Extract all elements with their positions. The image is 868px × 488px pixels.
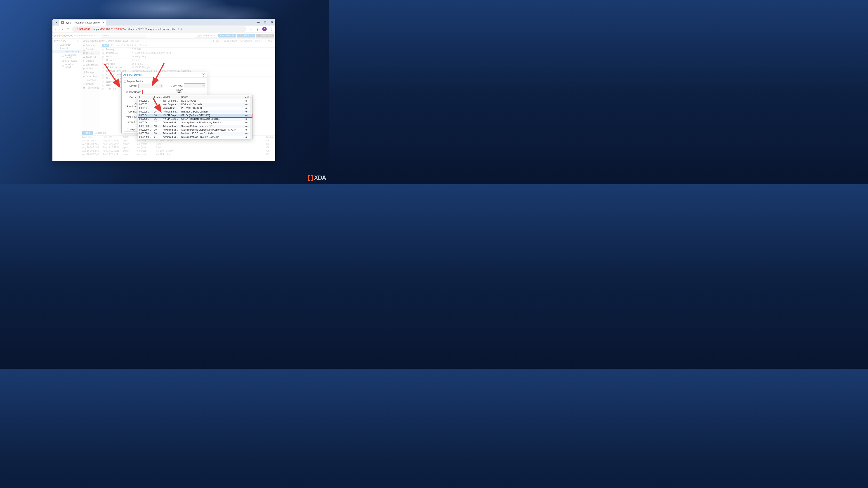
hw-row[interactable]: ⊞SCSI ControllerVirtIO SCSI single [100,66,275,69]
modal-close-icon[interactable]: ✕ [202,73,205,76]
nav-taskhistory[interactable]: ☷ Task History [81,63,100,67]
annotation-arrow-1 [103,62,121,90]
profile-avatar[interactable]: A [262,27,267,31]
log-row[interactable]: Aug 16 20:52:43Aug 16 20:52:43ayushroot@… [81,153,275,156]
tab-tasks[interactable]: Tasks [82,131,93,135]
log-row[interactable]: Aug 16 20:52:53Aug 16 20:52:54ayushroot@… [81,146,275,149]
security-chip[interactable]: Not secure [74,27,92,31]
nav-replication[interactable]: ⇄ Replication [81,74,100,78]
user-menu-button[interactable]: 👤 root@pam [256,34,274,37]
tree-local-lvm[interactable]: ⊟ local-lvm (ayush) [53,63,81,68]
nav-snapshots[interactable]: ✂ Snapshots [81,78,100,82]
minimize-button[interactable]: — [255,19,262,26]
shutdown-button[interactable]: ⏻ Shutdown [222,39,238,42]
bookmark-icon[interactable]: ☆ [249,27,253,31]
help-button[interactable]: ❔ Help [263,39,274,42]
nav-backup[interactable]: 🗄 Backup [81,70,100,74]
raw-device-radio-row[interactable]: Raw Device [124,90,143,94]
tab-search-icon[interactable]: ▾ [54,19,59,26]
hw-row[interactable]: ▤BIOSOVMF (UEFI) [100,55,275,59]
hw-icon: 🖵 [102,59,105,61]
tree-node[interactable]: 🖥 ayush [53,46,81,50]
tree-view-selector[interactable]: Server View⚙ [53,39,81,43]
proxmox-logo: ✕ PROXMOX [54,34,72,37]
tree-datacenter[interactable]: 🗄 Datacenter [53,43,81,46]
close-tab-icon[interactable]: × [103,21,105,24]
edit-button[interactable]: Edit [121,44,125,46]
hw-value: 8.00 GiB [132,48,274,51]
documentation-button[interactable]: 📖 Documentation [195,34,217,37]
hw-row[interactable]: ▣Processors4 (1 sockets, 4 cores) [x86-6… [100,51,275,55]
forward-button[interactable]: → [60,27,64,31]
favicon-icon [61,21,64,24]
close-window-button[interactable]: ✕ [269,19,275,26]
url-text: https://192.168.29.32:8006/#v1:0:=qemu%2… [93,28,182,31]
create-ct-button[interactable]: 📦 Create CT [237,34,255,37]
nav-console[interactable]: ›_ Console [81,47,100,51]
dropdown-row[interactable]: 0000:0f:00.421Advanced Micro …Starship/M… [138,135,252,139]
hw-icon: ▤ [102,55,105,58]
back-button[interactable]: ← [54,27,58,31]
revert-button[interactable]: Revert [140,44,147,46]
window-controls: — ▢ ✕ [255,19,275,26]
annotation-arrow-3 [151,96,163,113]
add-hardware-button[interactable]: Add [102,44,110,47]
hw-label: Display [106,59,131,61]
new-tab-button[interactable]: + [107,20,113,26]
reload-button[interactable]: ⟳ [66,27,70,31]
url-input[interactable]: Not secure https://192.168.29.32:8006/#v… [72,26,246,32]
hw-toolbar: Add Remove Edit Disk Action Revert [100,43,275,48]
dropdown-row[interactable]: 0000:0e:00.017Advanced Micro …Starship/M… [138,121,252,125]
address-bar: ← → ⟳ Not secure https://192.168.29.32:8… [53,26,275,33]
radio-raw[interactable] [126,91,128,93]
dropdown-row[interactable]: 0000:0d:00.016NVIDIA CorporationGP104 [G… [138,114,252,118]
log-row[interactable]: Aug 16 20:52:50Aug 16 20:52:51ayushroot@… [81,149,275,153]
nav-monitor[interactable]: ◉ Monitor [81,67,100,70]
tree-local[interactable]: ⊟ local (ayush) [53,59,81,63]
nav-firewall[interactable]: 🛡 Firewall [81,82,100,86]
remove-button[interactable]: Remove [111,44,120,46]
nav-summary[interactable]: ☰ Summary [81,43,100,47]
tab-title: ayush - Proxmox Virtual Enviro [66,21,100,24]
log-row[interactable]: Aug 16 20:54:31Aug 16 20:54:32ayushroot@… [81,139,275,142]
log-row[interactable]: Aug 16 20:52:55Aug 16 20:54:34ayushroot@… [81,142,275,146]
maximize-button[interactable]: ▢ [262,19,269,26]
hw-row[interactable]: ⚙Machinepc-q35-8.1 [100,62,275,66]
xda-watermark: [ ] XDA [308,174,326,181]
start-button[interactable]: ▶ Start [212,39,221,42]
hw-value: OVMF (UEFI) [132,55,274,58]
no-tags-label: No Tags [131,39,140,42]
dropdown-row[interactable]: 0000:0d:00.116NVIDIA CorporationGP104 Hi… [138,118,252,121]
hw-row[interactable]: 🖵DisplayDefault [100,59,275,62]
hw-icon: ▣ [102,52,105,54]
svg-line-5 [153,98,160,111]
hw-label: Processors [106,52,131,54]
mdev-type-combo [184,84,205,88]
more-button[interactable]: More [254,39,262,42]
nav-hardware[interactable]: 🖥 Hardware [81,51,100,55]
search-input[interactable] [101,34,146,38]
create-vm-button[interactable]: 🖵 Create VM [218,34,236,37]
help-button-modal[interactable]: ❔ Help [124,128,137,131]
downloads-icon[interactable]: ⭳ [255,27,260,31]
tree-localnetwork[interactable]: ⊞ localnetwork (ayush) [53,53,81,59]
primary-gpu-checkbox[interactable] [184,90,186,92]
hw-label: BIOS [106,55,131,58]
nav-options[interactable]: ⚙ Options [81,59,100,63]
dropdown-row[interactable]: 0000:0f:00.119Advanced Micro …Starship/M… [138,128,252,132]
radio-mapped[interactable] [124,80,126,83]
browser-tab-bar: ▾ ayush - Proxmox Virtual Enviro × + — ▢… [53,19,275,26]
hw-row[interactable]: ▤Memory8.00 GiB [100,48,275,51]
console-button[interactable]: 🖵 Console [239,39,253,42]
tab-cluster-log[interactable]: Cluster log [93,131,108,135]
dropdown-row[interactable]: 0000:0f:00.320Advanced Micro …Matisse US… [138,132,252,135]
browser-tab[interactable]: ayush - Proxmox Virtual Enviro × [59,20,106,26]
disk-action-button[interactable]: Disk Action [127,44,138,46]
gear-icon[interactable]: ⚙ [77,39,79,42]
nav-permissions[interactable]: 👤 Permissions [81,86,100,90]
dropdown-scrollbar[interactable] [250,99,252,139]
tree-vm-100[interactable]: 🖵 100 (VM 100) [53,50,81,53]
dropdown-row[interactable]: 0000:0f:00.018Advanced Micro …Starship/M… [138,125,252,128]
chrome-menu-icon[interactable]: ⋮ [269,27,274,31]
nav-cloudinit[interactable]: ☁ Cloud-Init [81,55,100,59]
